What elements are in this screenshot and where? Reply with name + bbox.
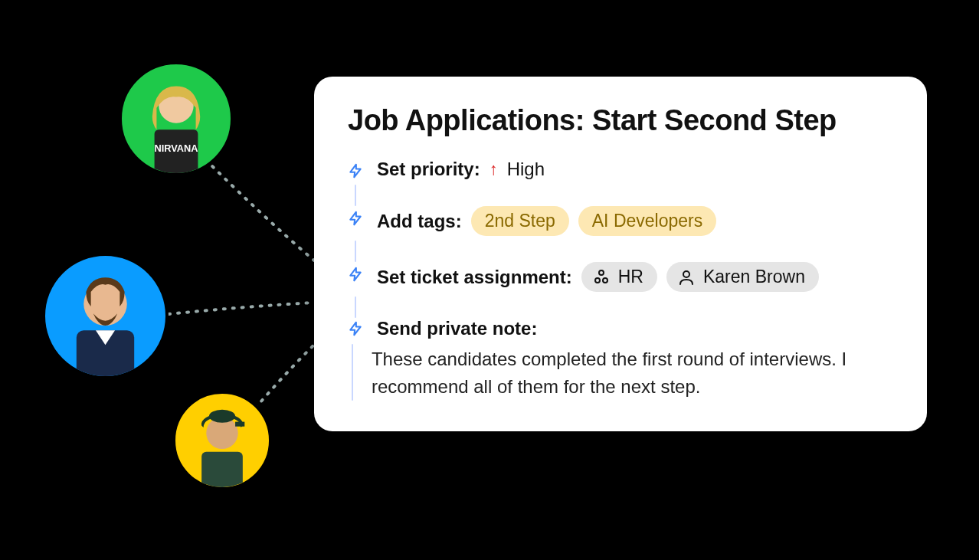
note-label: Send private note: bbox=[377, 318, 537, 339]
tag-2nd-step[interactable]: 2nd Step bbox=[471, 206, 569, 236]
chip-team-label: HR bbox=[618, 267, 643, 287]
lightning-icon bbox=[348, 267, 363, 282]
arrow-up-icon: ↑ bbox=[489, 159, 498, 179]
step-add-tags: Add tags: 2nd Step AI Developers bbox=[348, 206, 893, 241]
svg-rect-8 bbox=[201, 452, 243, 487]
avatar-2 bbox=[42, 253, 169, 379]
step-set-assignment: Set ticket assignment: HR Karen Brown bbox=[348, 262, 893, 296]
step-set-priority: Set priority: ↑ High bbox=[348, 159, 893, 185]
assignment-label: Set ticket assignment: bbox=[377, 267, 572, 288]
svg-text:NIRVANA: NIRVANA bbox=[155, 142, 198, 154]
avatar-3 bbox=[172, 391, 272, 490]
lightning-icon bbox=[348, 321, 363, 336]
chip-person-karen[interactable]: Karen Brown bbox=[666, 262, 819, 292]
tag-ai-developers[interactable]: AI Developers bbox=[578, 206, 716, 236]
svg-point-9 bbox=[599, 270, 604, 275]
avatar-1: NIRVANA bbox=[119, 61, 234, 176]
chip-team-hr[interactable]: HR bbox=[581, 262, 657, 292]
card-title: Job Applications: Start Second Step bbox=[348, 104, 893, 137]
chip-person-label: Karen Brown bbox=[703, 267, 805, 287]
tags-label: Add tags: bbox=[377, 211, 462, 232]
svg-point-12 bbox=[683, 271, 689, 277]
lightning-icon bbox=[348, 163, 363, 178]
priority-label: Set priority: bbox=[377, 159, 480, 180]
workflow-card: Job Applications: Start Second Step Set … bbox=[314, 77, 927, 431]
priority-value: High bbox=[507, 159, 545, 180]
svg-point-6 bbox=[209, 410, 235, 423]
svg-point-11 bbox=[603, 278, 607, 283]
note-text: These candidates completed the first rou… bbox=[372, 345, 893, 401]
svg-rect-7 bbox=[235, 422, 244, 427]
lightning-icon bbox=[348, 211, 363, 226]
team-icon bbox=[592, 268, 611, 287]
person-icon bbox=[677, 268, 696, 287]
step-send-note: Send private note: bbox=[348, 318, 893, 344]
svg-point-10 bbox=[595, 278, 600, 283]
